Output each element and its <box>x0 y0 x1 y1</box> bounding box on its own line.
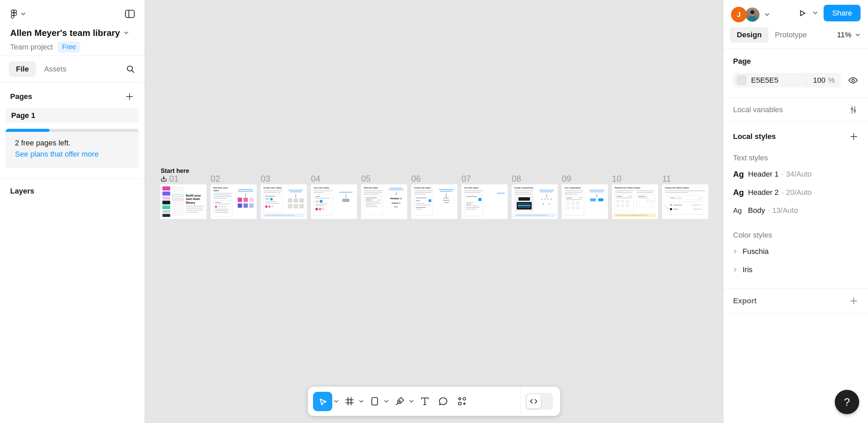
frame-number: 09 <box>562 174 571 184</box>
frame-02[interactable]: 02 Edit team color styles <box>211 174 257 219</box>
move-tool-dropdown[interactable] <box>332 392 340 411</box>
pen-tool-button[interactable] <box>392 392 408 411</box>
frame-illustration <box>162 186 170 217</box>
avatar-collaborator[interactable] <box>745 7 760 22</box>
frame-05[interactable]: 05 Edit text styles <box>361 174 407 219</box>
move-tool-button[interactable] <box>313 392 332 411</box>
main-menu-button[interactable] <box>10 9 25 19</box>
chevron-right-icon[interactable] <box>733 267 737 273</box>
frame-thumbnail[interactable]: Build your own team library <box>160 184 206 219</box>
frame-thumbnail[interactable]: Edit text styles Header 1 Header 2 <box>361 184 407 219</box>
text-style-body[interactable]: Ag Body · 13/Auto <box>724 202 868 219</box>
text-style-header-1[interactable]: Ag Header 1 · 34/Auto <box>724 165 868 183</box>
frame-tool-button[interactable] <box>342 392 357 411</box>
page-name: Page 1 <box>11 111 35 120</box>
frame-01-label: 01 <box>160 174 206 183</box>
frame-07[interactable]: 07 Use text styles <box>461 174 508 219</box>
percent-sign: % <box>828 76 835 85</box>
frame-tool-dropdown[interactable] <box>357 392 365 411</box>
local-styles-heading: Local styles <box>733 132 776 141</box>
share-button[interactable]: Share <box>824 5 861 21</box>
frame-thumbnail[interactable]: Use text styles <box>461 184 508 219</box>
style-sample: Ag <box>733 206 748 215</box>
frame-thumbnail[interactable]: Create color styles <box>261 184 307 219</box>
actions-button[interactable] <box>454 392 470 411</box>
chevron-down-icon <box>21 13 25 16</box>
frame-number: 10 <box>612 174 622 184</box>
frame-08[interactable]: 08 Create components <box>512 174 558 219</box>
frame-thumbnail[interactable]: Using your Team Library <box>662 184 708 219</box>
pen-tool-dropdown[interactable] <box>408 392 415 411</box>
tab-file[interactable]: File <box>9 61 36 77</box>
shape-tool-button[interactable] <box>367 392 382 411</box>
toggle-visibility-button[interactable] <box>848 75 859 86</box>
frame-title: Create text styles <box>414 187 434 189</box>
frame-thumbnail[interactable]: Publish your Team Library <box>612 184 658 219</box>
frame-title: Create components <box>514 187 534 189</box>
open-variables-button[interactable] <box>848 105 859 115</box>
chevron-right-icon[interactable] <box>733 249 737 254</box>
collaborators-dropdown[interactable] <box>765 13 769 16</box>
file-title-menu[interactable]: Allen Meyer's team library <box>10 28 129 38</box>
add-export-icon[interactable] <box>849 296 859 306</box>
frame-09[interactable]: 09 Use components <box>562 174 608 219</box>
layers-heading: Layers <box>0 179 144 204</box>
color-style-fuschia[interactable]: Fuschia <box>724 242 868 261</box>
frame-number: 02 <box>211 174 220 184</box>
frame-title: Use color styles <box>314 187 333 189</box>
frame-number: 08 <box>512 174 521 184</box>
present-button[interactable] <box>797 8 807 18</box>
tab-prototype[interactable]: Prototype <box>769 27 813 43</box>
avatar-current-user[interactable]: J <box>731 7 747 22</box>
frame-06[interactable]: 06 Create text styles <box>411 174 457 219</box>
page-color-input[interactable]: E5E5E5 100 % <box>733 73 841 87</box>
pages-quota-message: 2 free pages left. <box>15 139 130 147</box>
add-style-icon[interactable] <box>849 132 859 141</box>
frame-illustration <box>588 190 606 201</box>
frame-04[interactable]: 04 Use color styles <box>311 174 357 219</box>
tab-assets[interactable]: Assets <box>38 61 73 77</box>
frame-10[interactable]: 10 Publish your Team Library <box>612 174 658 219</box>
present-dropdown[interactable] <box>813 12 817 15</box>
search-button[interactable] <box>125 64 136 74</box>
zoom-menu[interactable]: 11% <box>837 31 860 39</box>
frame-11[interactable]: 11 Using your Team Library <box>662 174 708 219</box>
toolbar-divider <box>520 387 520 416</box>
collapse-sidebar-button[interactable] <box>124 9 136 19</box>
frame-thumbnail[interactable]: Use color styles <box>311 184 357 219</box>
color-style-iris[interactable]: Iris <box>724 261 868 279</box>
style-sample: Ag <box>733 188 748 197</box>
project-label: Team project <box>10 43 53 52</box>
frame-thumbnail[interactable]: Create components <box>512 184 558 219</box>
frame-thumbnail[interactable]: Use components <box>562 184 608 219</box>
page-color-hex[interactable]: E5E5E5 <box>751 76 778 85</box>
text-style-header-2[interactable]: Ag Header 2 · 20/Auto <box>724 183 868 202</box>
move-cursor-icon <box>317 396 328 407</box>
page-color-opacity[interactable]: 100 <box>813 76 826 85</box>
chevron-down-icon <box>855 34 860 37</box>
frame-01[interactable]: 01 Build your own team library <box>160 174 206 219</box>
frames-strip: 01 Build your own team library <box>160 174 708 219</box>
frame-illustration <box>236 189 255 208</box>
frame-03[interactable]: 03 Create color styles <box>261 174 307 219</box>
page-color-swatch[interactable] <box>737 76 746 85</box>
comment-tool-button[interactable] <box>435 392 451 411</box>
dev-mode-toggle[interactable] <box>525 393 553 410</box>
frame-thumbnail[interactable]: Edit team color styles <box>211 184 257 219</box>
dev-mode-knob <box>526 394 541 409</box>
frame-thumbnail[interactable]: Create text styles <box>411 184 457 219</box>
frame-illustration <box>172 186 183 217</box>
tab-design[interactable]: Design <box>730 27 769 43</box>
plan-badge[interactable]: Free <box>58 41 80 53</box>
add-page-icon[interactable] <box>125 92 134 101</box>
see-plans-link[interactable]: See plans that offer more <box>15 150 130 159</box>
pages-heading: Pages <box>10 92 32 101</box>
color-styles-label: Color styles <box>724 219 868 242</box>
text-tool-button[interactable] <box>417 392 433 411</box>
page-item-page-1[interactable]: Page 1 <box>5 108 139 123</box>
chevron-down-icon <box>334 400 338 403</box>
help-button[interactable]: ? <box>835 390 859 414</box>
canvas[interactable]: Start here 01 <box>145 0 723 423</box>
rectangle-tool-icon <box>369 396 380 407</box>
shape-tool-dropdown[interactable] <box>382 392 390 411</box>
